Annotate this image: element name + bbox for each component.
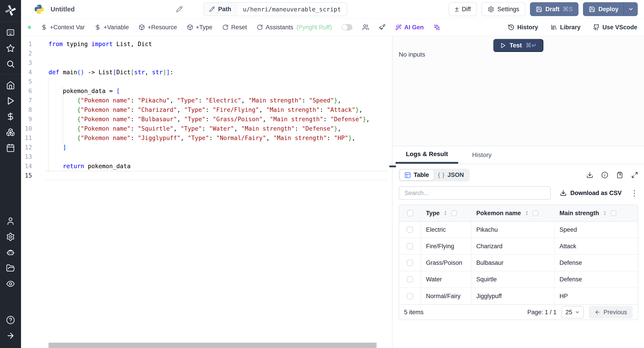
audit-logs-icon[interactable]	[6, 279, 15, 288]
settings-icon[interactable]	[6, 232, 15, 241]
top-header: Untitled Path u/henri/maneuverable_scrip…	[21, 0, 644, 18]
windmill-logo-icon[interactable]	[5, 4, 16, 16]
code-editor[interactable]: 1from typing import List, Dict234def mai…	[21, 36, 392, 348]
favorites-icon[interactable]	[6, 44, 15, 53]
view-table-button[interactable]: Table	[400, 170, 434, 180]
row-checkbox[interactable]	[407, 226, 413, 233]
current-line-highlight	[46, 171, 387, 180]
variables-icon[interactable]	[6, 112, 15, 121]
line-number: 11	[21, 133, 48, 143]
edit-summary-icon[interactable]	[176, 6, 183, 12]
runs-icon[interactable]	[6, 96, 15, 105]
table-cell: Grass/Poison	[421, 255, 471, 271]
info-icon[interactable]	[601, 172, 608, 178]
ai-gen-button[interactable]: AI Gen	[395, 24, 424, 31]
search-icon[interactable]	[6, 60, 15, 68]
assistants-button[interactable]: Assistants (Pyright Ruff)	[257, 24, 332, 31]
code-line[interactable]: 7 {"Pokemon name": "Pikachu", "Type": "E…	[21, 96, 392, 105]
sort-icon[interactable]	[524, 210, 530, 216]
toggle-switch[interactable]	[342, 24, 352, 30]
schedules-icon[interactable]	[6, 143, 15, 152]
tab-history[interactable]: History	[462, 146, 502, 164]
code-line[interactable]: 11 {"Pokemon name": "Jigglypuff", "Type"…	[21, 133, 392, 143]
collaborators-icon[interactable]	[362, 24, 369, 31]
previous-page-button[interactable]: Previous	[589, 306, 633, 318]
splitter-handle[interactable]	[389, 166, 396, 167]
row-checkbox[interactable]	[407, 276, 413, 282]
code-line[interactable]: 3	[21, 58, 392, 68]
users-icon[interactable]	[6, 217, 15, 226]
code-line[interactable]: 10 {"Pokemon name": "Squirtle", "Type": …	[21, 124, 392, 133]
search-input[interactable]	[399, 186, 551, 200]
use-vscode-button[interactable]: Use VScode	[593, 24, 637, 31]
add-context-var-button[interactable]: +Context Var	[41, 24, 85, 31]
column-filter-checkbox[interactable]	[611, 210, 616, 216]
tab-logs-result[interactable]: Logs & Result	[396, 146, 458, 164]
code-line[interactable]: 2	[21, 49, 392, 58]
folders-icon[interactable]	[6, 264, 15, 273]
code-line[interactable]: 4def main() -> List[Dict[str, str]]:	[21, 68, 392, 77]
home-icon[interactable]	[6, 81, 15, 90]
line-number: 14	[21, 162, 48, 171]
apps-icon[interactable]	[6, 28, 15, 37]
line-number: 2	[21, 49, 48, 58]
dollar-icon	[94, 24, 101, 30]
row-checkbox[interactable]	[407, 293, 413, 299]
add-type-button[interactable]: +Type	[187, 24, 212, 31]
add-variable-button[interactable]: +Variable	[94, 24, 129, 31]
path-value: u/henri/maneuverable_script	[237, 6, 347, 13]
copy-icon[interactable]	[616, 172, 623, 178]
table-cell: Defense	[554, 271, 638, 288]
history-icon	[508, 24, 514, 31]
deploy-button[interactable]: Deploy	[583, 2, 638, 16]
page-size-select[interactable]: 25	[562, 306, 584, 318]
dollar-icon	[41, 24, 47, 30]
code-line[interactable]: 6 pokemon_data = [	[21, 86, 392, 96]
download-result-icon[interactable]	[586, 172, 593, 178]
download-csv-button[interactable]: Download as CSV	[560, 190, 622, 196]
page-indicator: Page: 1 / 1	[527, 309, 556, 316]
code-line[interactable]: 13	[21, 152, 392, 162]
view-json-button[interactable]: { } JSON	[434, 170, 468, 180]
path-field[interactable]: Path u/henri/maneuverable_script	[203, 2, 347, 16]
help-icon[interactable]	[6, 316, 15, 324]
code-line[interactable]: 14 return pokemon_data	[21, 162, 392, 171]
sort-icon[interactable]	[602, 210, 608, 216]
library-button[interactable]: Library	[550, 24, 580, 31]
table-header: TypePokemon nameMain strength	[399, 205, 638, 222]
code-line[interactable]: 5	[21, 77, 392, 86]
code-line[interactable]: 15	[21, 171, 392, 180]
add-resource-button[interactable]: +Resource	[139, 24, 177, 31]
view-toggle: Table { } JSON	[399, 169, 470, 182]
row-checkbox[interactable]	[407, 260, 413, 266]
row-checkbox[interactable]	[407, 243, 413, 249]
line-number: 12	[21, 143, 48, 152]
sparkles-icon[interactable]	[434, 24, 440, 31]
code-line[interactable]: 9 {"Pokemon name": "Bulbasaur", "Type": …	[21, 114, 392, 124]
code-line[interactable]: 1from typing import List, Dict	[21, 39, 392, 49]
sort-icon[interactable]	[443, 210, 448, 216]
settings-button[interactable]: Settings	[482, 2, 526, 16]
reset-button[interactable]: Reset	[222, 24, 247, 31]
column-label: Main strength	[560, 210, 599, 217]
select-all-checkbox[interactable]	[407, 210, 413, 216]
column-filter-checkbox[interactable]	[533, 210, 538, 216]
column-header: Main strength	[554, 205, 638, 221]
code-line[interactable]: 12 ]	[21, 143, 392, 152]
more-options-icon[interactable]: ⋮	[630, 189, 638, 197]
expand-sidebar-icon[interactable]	[6, 331, 15, 340]
test-button[interactable]: Test ⌘↵	[493, 39, 543, 52]
expand-icon[interactable]	[631, 172, 638, 178]
chevron-down-icon	[575, 310, 580, 315]
diff-button[interactable]: ± Diff	[448, 2, 477, 16]
resources-icon[interactable]	[6, 128, 15, 137]
draft-button[interactable]: Draft ⌘S	[530, 2, 578, 16]
workers-icon[interactable]	[6, 248, 15, 257]
deploy-dropdown[interactable]	[624, 2, 638, 16]
horizontal-scrollbar[interactable]	[48, 343, 376, 348]
format-icon[interactable]	[379, 24, 386, 31]
code-line[interactable]: 8 {"Pokemon name": "Charizard", "Type": …	[21, 105, 392, 114]
test-shortcut: ⌘↵	[526, 42, 537, 49]
history-button[interactable]: History	[508, 24, 538, 31]
column-filter-checkbox[interactable]	[451, 210, 457, 216]
